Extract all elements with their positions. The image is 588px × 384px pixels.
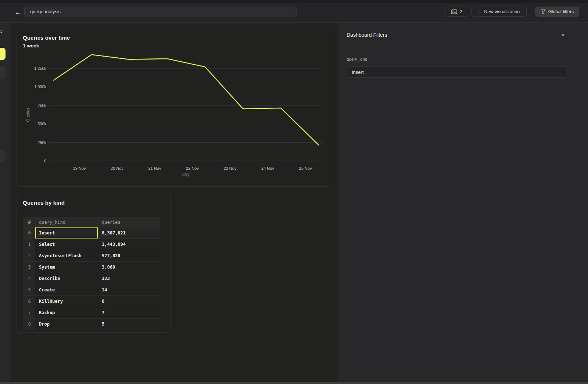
table-cell[interactable]: 3,060 — [98, 262, 160, 273]
row-index-cell: 7 — [24, 307, 35, 319]
sidebar-item-dashboard[interactable] — [0, 150, 6, 162]
y-tick-label: 750k — [37, 103, 46, 108]
global-filters-label: Global filters — [548, 9, 574, 14]
row-index-cell: 4 — [24, 273, 35, 284]
back-arrow-icon[interactable]: ← — [14, 7, 21, 18]
filter-field-label: query_kind — [347, 57, 367, 61]
table-cell[interactable]: 8,307,021 — [98, 227, 160, 239]
table-cell[interactable]: 1,443,894 — [98, 239, 160, 250]
table-row: 7Backup7 — [24, 307, 160, 319]
window-top-edge — [0, 0, 588, 3]
column-header: query_kind — [35, 217, 98, 227]
y-axis-label: Queries — [26, 107, 30, 122]
table-cell[interactable]: AsyncInsertFlush — [35, 250, 98, 262]
table-cell[interactable]: 323 — [98, 273, 160, 284]
table-cell[interactable]: Insert — [35, 227, 98, 239]
table-cell[interactable]: System — [35, 262, 98, 273]
filters-panel-header: Dashboard Filters ✕ — [338, 23, 588, 48]
y-tick-label: 250k — [37, 140, 46, 145]
sidebar-item-dashboard-active[interactable] — [0, 48, 6, 60]
table-cell[interactable]: Backup — [35, 307, 98, 319]
y-tick-label: 1 250k — [34, 66, 47, 71]
sidebar-item-dashboard[interactable] — [0, 67, 6, 79]
row-index-cell: 5 — [24, 284, 35, 296]
row-index-cell: 2 — [24, 250, 35, 262]
table-cell[interactable]: Drop — [35, 319, 98, 330]
query-kind-filter-input[interactable] — [347, 67, 567, 78]
x-tick-label: 21 Nov — [148, 166, 161, 171]
filters-panel-title: Dashboard Filters — [347, 32, 387, 38]
table-cell[interactable]: Select — [35, 239, 98, 250]
x-tick-label: 24 Nov — [261, 166, 274, 171]
new-visualization-button[interactable]: + New visualization — [472, 7, 527, 17]
dashboard-filters-panel: Dashboard Filters ✕ query_kind — [338, 23, 588, 382]
table-row: 5Create14 — [24, 284, 160, 296]
plus-icon: + — [478, 9, 482, 14]
topbar: ← 2 + New visualization Global filters — [0, 3, 588, 23]
x-axis-label: Day — [182, 172, 189, 177]
funnel-icon — [541, 9, 546, 14]
row-index-cell: 1 — [24, 239, 35, 250]
table-title: Queries by kind — [23, 200, 65, 206]
table-row: 2AsyncInsertFlush577,820 — [24, 250, 160, 262]
open-tabs-count: 2 — [460, 9, 462, 14]
table-row: 1Select1,443,894 — [24, 239, 160, 250]
dashboard-title-input[interactable] — [24, 6, 297, 17]
row-index-cell: 3 — [24, 262, 35, 273]
table-row: 4Describe323 — [24, 273, 160, 284]
queries-by-kind-card: Queries by kind #query_kindqueries 0Inse… — [17, 194, 171, 333]
new-visualization-label: New visualization — [484, 9, 520, 14]
history-icon[interactable]: ↻ — [0, 28, 3, 35]
x-tick-label: 22 Nov — [186, 166, 199, 171]
column-header: # — [24, 217, 35, 227]
y-tick-label: 1 000k — [34, 85, 47, 89]
column-header: queries — [98, 217, 160, 227]
table-cell[interactable]: Create — [35, 284, 98, 296]
x-tick-label: 20 Nov — [111, 166, 123, 171]
table-row: 3System3,060 — [24, 262, 160, 273]
table-row: 6KillQuery8 — [24, 296, 160, 307]
table-cell[interactable]: 577,820 — [98, 250, 160, 262]
row-index-cell: 8 — [24, 319, 35, 330]
y-tick-label: 500k — [37, 122, 46, 126]
y-tick-label: 0 — [44, 159, 46, 163]
global-filters-button[interactable]: Global filters — [535, 7, 579, 17]
table-cell[interactable]: 14 — [98, 284, 160, 296]
row-index-cell: 0 — [24, 227, 35, 239]
table-cell[interactable]: 5 — [98, 319, 160, 330]
queries-by-kind-table: #query_kindqueries 0Insert8,307,0211Sele… — [24, 217, 160, 330]
table-cell[interactable]: 8 — [98, 296, 160, 307]
table-row: 8Drop5 — [24, 319, 160, 330]
x-tick-label: 23 Nov — [224, 166, 237, 171]
row-index-cell: 6 — [24, 296, 35, 307]
queries-over-time-plot: 0250k500k750k1 000k1 250k19 Nov20 Nov21 … — [17, 29, 331, 187]
table-cell[interactable]: KillQuery — [35, 296, 98, 307]
window-bottom-edge — [0, 382, 588, 384]
queries-over-time-card: Queries over time 1 week 0250k500k750k1 … — [17, 29, 331, 187]
table-cell[interactable]: 7 — [98, 307, 160, 319]
sidebar: ↻ — [0, 23, 10, 382]
table-row: 0Insert8,307,021 — [24, 227, 160, 239]
close-icon[interactable]: ✕ — [559, 31, 567, 40]
table-cell[interactable]: Describe — [35, 273, 98, 284]
console-icon — [451, 9, 457, 14]
x-tick-label: 19 Nov — [73, 166, 86, 171]
open-tabs-button[interactable]: 2 — [445, 7, 468, 17]
x-tick-label: 25 Nov — [299, 166, 312, 171]
